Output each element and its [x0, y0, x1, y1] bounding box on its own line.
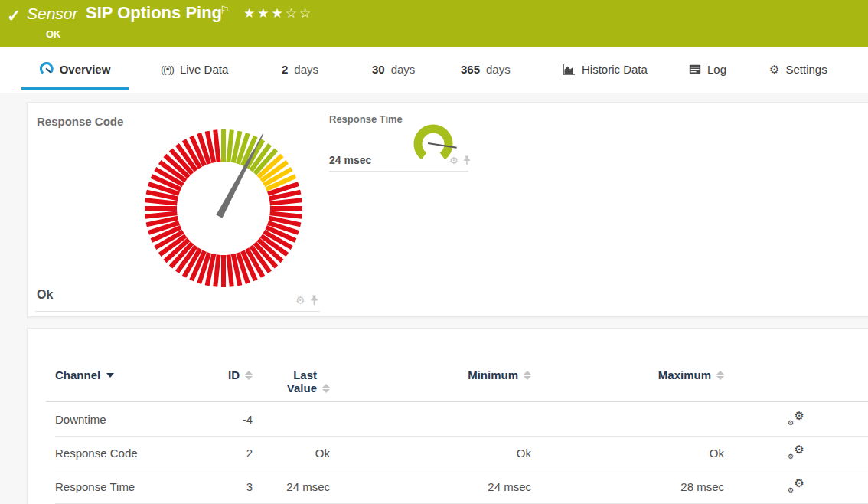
channel-maximum: Ok: [531, 447, 724, 460]
tab-overview-label: Overview: [60, 63, 111, 76]
sort-arrows-icon[interactable]: [322, 384, 330, 393]
divider: [329, 171, 468, 172]
tab-log-label: Log: [707, 63, 726, 76]
channel-settings-gears-icon[interactable]: ⚙⚙: [788, 478, 804, 493]
tab-overview[interactable]: Overview: [21, 47, 129, 90]
status-check-icon: ✓: [7, 6, 21, 26]
table-body: Downtime -4 ⚙⚙ Response Code 2 Ok Ok Ok …: [28, 403, 868, 504]
column-header-channel[interactable]: Channel: [55, 368, 178, 381]
response-time-gauge-title: Response Time: [329, 113, 403, 125]
table-row-response-code: Response Code 2 Ok Ok Ok ⚙⚙: [55, 437, 868, 470]
object-kind-label: Sensor: [27, 5, 78, 23]
tab-settings[interactable]: ⚙ Settings: [769, 47, 827, 90]
tab-30-days-number: 30: [372, 63, 385, 76]
log-list-icon: [689, 64, 701, 74]
channel-name: Response Code: [55, 447, 178, 460]
tab-2-days-number: 2: [282, 63, 288, 76]
tab-30-days[interactable]: 30 days: [372, 47, 415, 90]
response-code-gauge-title: Response Code: [37, 115, 123, 128]
response-code-gauge: [138, 123, 309, 294]
channel-id: 2: [178, 447, 253, 460]
tab-365-days-unit: days: [486, 63, 511, 76]
channel-last-value: Ok: [253, 447, 330, 460]
table-row-downtime: Downtime -4 ⚙⚙: [55, 403, 868, 437]
table-header-row: Channel ID Last Value Minimum Maximum: [55, 368, 861, 403]
response-time-gauge-value: 24 msec: [329, 154, 371, 166]
response-code-gauge-actions: ⚙: [295, 295, 318, 306]
tab-365-days[interactable]: 365 days: [461, 47, 511, 90]
tab-30-days-unit: days: [391, 63, 416, 76]
priority-flag-icon[interactable]: ⚐: [220, 4, 230, 16]
tab-live-data[interactable]: ((•)) Live Data: [161, 47, 228, 90]
response-time-gauge-actions: ⚙: [449, 155, 471, 165]
channel-maximum: 28 msec: [531, 480, 724, 493]
channel-minimum: Ok: [330, 447, 531, 460]
channel-settings-gears-icon[interactable]: ⚙⚙: [788, 444, 804, 460]
tab-365-days-number: 365: [461, 63, 480, 76]
pin-icon[interactable]: [310, 295, 318, 306]
gear-icon: ⚙: [769, 64, 779, 75]
sort-arrows-icon[interactable]: [245, 371, 253, 380]
tab-2-days[interactable]: 2 days: [282, 47, 318, 90]
tab-2-days-unit: days: [294, 63, 318, 76]
pin-icon[interactable]: [463, 155, 471, 165]
table-row-response-time: Response Time 3 24 msec 24 msec 28 msec …: [55, 470, 868, 504]
tab-log[interactable]: Log: [689, 47, 726, 90]
sensor-header: ✓ Sensor SIP Options Ping ⚐ ★★★☆☆ OK: [0, 0, 868, 47]
column-header-maximum[interactable]: Maximum: [531, 368, 724, 381]
broadcast-icon: ((•)): [161, 64, 174, 75]
tab-bar: Overview ((•)) Live Data 2 days 30 days …: [0, 47, 868, 93]
response-code-gauge-value: Ok: [37, 288, 53, 302]
tab-live-data-label: Live Data: [180, 63, 228, 76]
column-header-last-value[interactable]: Last Value: [253, 368, 330, 394]
overview-gauges-panel: Response Code Ok ⚙ Response Time 24 msec…: [27, 102, 868, 317]
sensor-title: SIP Options Ping: [86, 3, 222, 23]
channel-name: Response Time: [55, 480, 178, 493]
gauge-settings-gear-icon[interactable]: ⚙: [295, 295, 305, 306]
area-chart-icon: [563, 64, 576, 75]
divider: [35, 311, 320, 312]
column-header-id[interactable]: ID: [178, 368, 253, 381]
sensor-status-badge: OK: [46, 28, 61, 40]
column-header-minimum[interactable]: Minimum: [330, 368, 531, 381]
gauge-settings-gear-icon[interactable]: ⚙: [449, 155, 458, 165]
chevron-down-icon: [106, 373, 114, 378]
tab-settings-label: Settings: [785, 63, 827, 76]
tab-historic-data[interactable]: Historic Data: [563, 47, 648, 90]
sort-arrows-icon[interactable]: [716, 371, 724, 380]
channel-last-value: 24 msec: [253, 480, 330, 493]
gauge-icon: [40, 62, 54, 76]
priority-stars[interactable]: ★★★☆☆: [243, 5, 313, 21]
channel-settings-gears-icon[interactable]: ⚙⚙: [788, 411, 804, 426]
divider: [46, 401, 868, 402]
tab-historic-data-label: Historic Data: [582, 63, 648, 76]
active-tab-indicator: [21, 87, 129, 90]
channel-name: Downtime: [55, 413, 178, 426]
sort-arrows-icon[interactable]: [524, 371, 531, 380]
channels-table-panel: Channel ID Last Value Minimum Maximum: [27, 328, 868, 504]
channel-id: 3: [178, 480, 253, 493]
channel-minimum: 24 msec: [330, 480, 531, 493]
channel-id: -4: [178, 413, 253, 426]
